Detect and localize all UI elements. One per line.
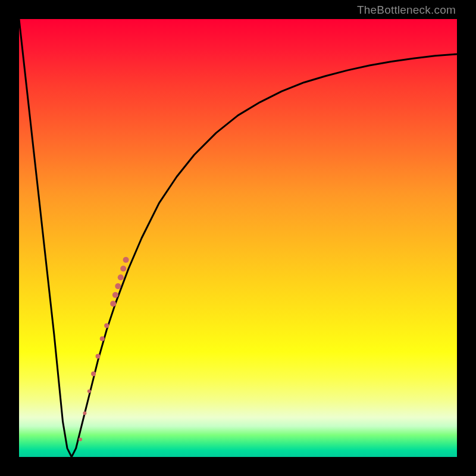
data-marker xyxy=(104,323,109,328)
plot-area xyxy=(19,19,457,457)
data-marker xyxy=(118,274,124,280)
data-marker xyxy=(79,438,82,441)
data-marker xyxy=(110,300,116,306)
chart-svg xyxy=(19,19,457,457)
data-marker xyxy=(83,411,86,415)
data-marker xyxy=(87,390,91,393)
data-marker xyxy=(120,266,126,272)
watermark-text: TheBottleneck.com xyxy=(357,4,456,17)
data-marker xyxy=(123,257,129,263)
data-marker xyxy=(91,371,96,376)
bottleneck-curve xyxy=(19,19,457,457)
marker-group xyxy=(79,257,129,441)
chart-frame: TheBottleneck.com xyxy=(0,0,476,476)
data-marker xyxy=(100,336,105,341)
data-marker xyxy=(96,354,101,359)
data-marker xyxy=(115,283,121,289)
data-marker xyxy=(112,292,118,298)
